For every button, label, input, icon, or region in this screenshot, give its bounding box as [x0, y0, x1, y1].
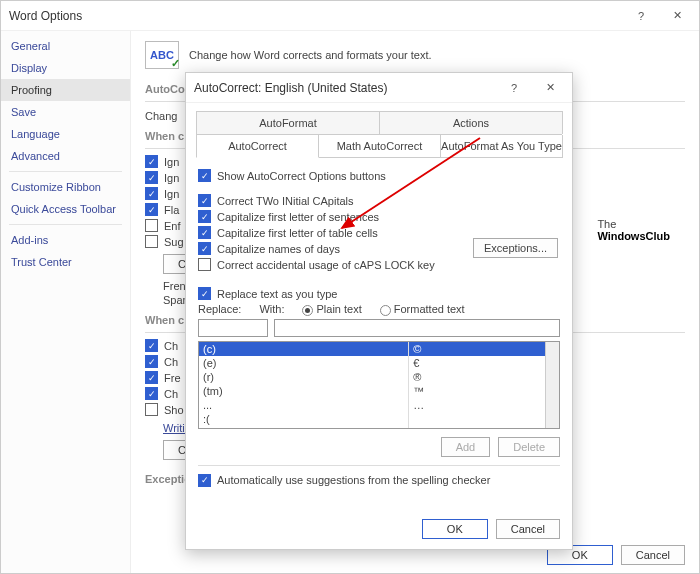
autocorrect-list[interactable]: (c)© (e)€ (r)® (tm)™ ...… :( *	[198, 341, 560, 429]
check-fla[interactable]	[145, 203, 158, 216]
label-caps-lock: Correct accidental usage of cAPS LOCK ke…	[217, 259, 435, 271]
radio-formatted-text	[380, 305, 391, 316]
autocorrect-dialog: AutoCorrect: English (United States) ? ✕…	[185, 72, 573, 550]
sidebar-item-addins[interactable]: Add-ins	[1, 229, 130, 251]
replace-input[interactable]	[198, 319, 268, 337]
options-titlebar: Word Options ? ✕	[1, 1, 699, 31]
delete-button[interactable]: Delete	[498, 437, 560, 457]
add-button[interactable]: Add	[441, 437, 491, 457]
sidebar-item-quick-access[interactable]: Quick Access Toolbar	[1, 198, 130, 220]
exceptions-button[interactable]: Exceptions...	[473, 238, 558, 258]
close-button[interactable]: ✕	[663, 6, 691, 26]
tab-autocorrect[interactable]: AutoCorrect	[196, 135, 319, 158]
options-cancel-button[interactable]: Cancel	[621, 545, 685, 565]
options-title: Word Options	[9, 9, 627, 23]
list-scrollbar[interactable]	[545, 342, 559, 428]
check-enf[interactable]	[145, 219, 158, 232]
check-ch2[interactable]	[145, 355, 158, 368]
ac-help-button[interactable]: ?	[500, 78, 528, 98]
windowsclub-logo: The WindowsClub	[597, 218, 670, 242]
check-sug[interactable]	[145, 235, 158, 248]
check-fre[interactable]	[145, 371, 158, 384]
check-caps-lock[interactable]	[198, 258, 211, 271]
check-show-options[interactable]	[198, 169, 211, 182]
tab-math-autocorrect[interactable]: Math AutoCorrect	[318, 135, 441, 158]
label-show-options: Show AutoCorrect Options buttons	[217, 170, 386, 182]
label-replace-as-type: Replace text as you type	[217, 288, 337, 300]
ac-title: AutoCorrect: English (United States)	[194, 81, 500, 95]
check-spell-suggestions[interactable]	[198, 474, 211, 487]
check-sho[interactable]	[145, 403, 158, 416]
sidebar-item-language[interactable]: Language	[1, 123, 130, 145]
radio-plain-text	[302, 305, 313, 316]
sidebar-item-trust-center[interactable]: Trust Center	[1, 251, 130, 273]
check-ign3[interactable]	[145, 187, 158, 200]
label-two-initial: Correct TWo INitial CApitals	[217, 195, 354, 207]
sidebar-item-customize-ribbon[interactable]: Customize Ribbon	[1, 176, 130, 198]
label-table-cells: Capitalize first letter of table cells	[217, 227, 378, 239]
sidebar-item-advanced[interactable]: Advanced	[1, 145, 130, 167]
check-ign1[interactable]	[145, 155, 158, 168]
check-table-cells[interactable]	[198, 226, 211, 239]
label-replace: Replace:	[198, 303, 241, 315]
check-ch1[interactable]	[145, 339, 158, 352]
check-two-initial[interactable]	[198, 194, 211, 207]
ac-close-button[interactable]: ✕	[536, 78, 564, 98]
sidebar-item-display[interactable]: Display	[1, 57, 130, 79]
check-days[interactable]	[198, 242, 211, 255]
label-with: With:	[259, 303, 284, 315]
check-sentence[interactable]	[198, 210, 211, 223]
tab-autoformat-as-you-type[interactable]: AutoFormat As You Type	[440, 135, 563, 158]
options-header-text: Change how Word corrects and formats you…	[189, 49, 432, 61]
abc-check-icon: ABC	[145, 41, 179, 69]
label-days: Capitalize names of days	[217, 243, 340, 255]
tab-actions[interactable]: Actions	[379, 111, 563, 134]
label-spell-suggestions: Automatically use suggestions from the s…	[217, 474, 490, 486]
help-button[interactable]: ?	[627, 6, 655, 26]
ac-ok-button[interactable]: OK	[422, 519, 488, 539]
ac-titlebar: AutoCorrect: English (United States) ? ✕	[186, 73, 572, 103]
check-ch3[interactable]	[145, 387, 158, 400]
sidebar-item-proofing[interactable]: Proofing	[1, 79, 130, 101]
sidebar-item-general[interactable]: General	[1, 35, 130, 57]
sidebar-item-save[interactable]: Save	[1, 101, 130, 123]
label-sentence: Capitalize first letter of sentences	[217, 211, 379, 223]
ac-cancel-button[interactable]: Cancel	[496, 519, 560, 539]
tab-autoformat[interactable]: AutoFormat	[196, 111, 380, 134]
with-input[interactable]	[274, 319, 560, 337]
check-replace-as-type[interactable]	[198, 287, 211, 300]
options-sidebar: General Display Proofing Save Language A…	[1, 31, 131, 573]
check-ign2[interactable]	[145, 171, 158, 184]
